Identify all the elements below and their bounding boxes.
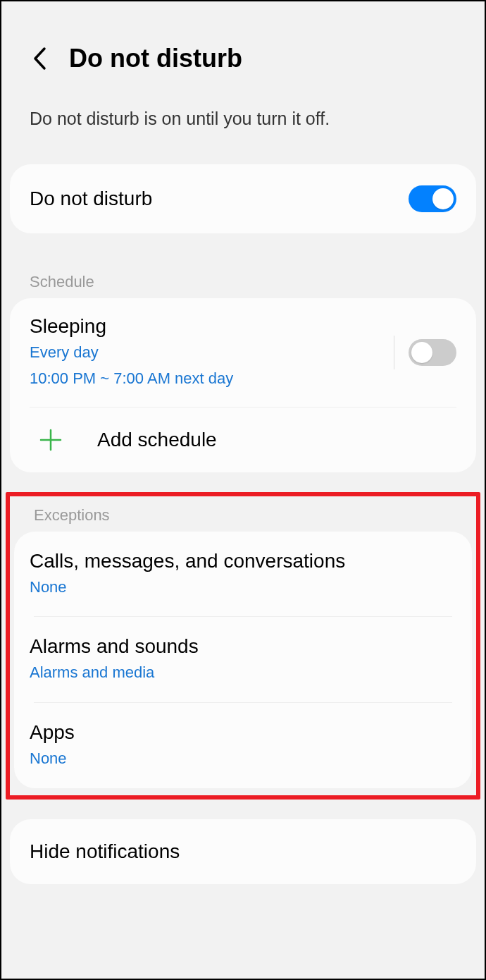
hide-notifications-label: Hide notifications (30, 840, 180, 863)
exception-calls-row[interactable]: Calls, messages, and conversations None (14, 532, 472, 617)
exception-value: None (30, 577, 456, 599)
sleeping-title: Sleeping (30, 315, 380, 338)
sleeping-row[interactable]: Sleeping Every day 10:00 PM ~ 7:00 AM ne… (10, 298, 476, 407)
schedule-card: Sleeping Every day 10:00 PM ~ 7:00 AM ne… (10, 298, 476, 472)
exception-title: Calls, messages, and conversations (30, 550, 456, 572)
exception-apps-row[interactable]: Apps None (14, 703, 472, 788)
status-text: Do not disturb is on until you turn it o… (1, 87, 485, 164)
sleeping-time: 10:00 PM ~ 7:00 AM next day (30, 368, 380, 390)
sleeping-days: Every day (30, 342, 380, 364)
exception-title: Alarms and sounds (30, 635, 456, 658)
add-schedule-label: Add schedule (97, 429, 217, 451)
hide-notifications-row[interactable]: Hide notifications (10, 819, 476, 884)
hide-notifications-card: Hide notifications (10, 819, 476, 884)
exceptions-header: Exceptions (10, 496, 476, 532)
page-header: Do not disturb (1, 30, 485, 87)
page-title: Do not disturb (69, 44, 242, 73)
sleeping-toggle[interactable] (409, 339, 456, 366)
divider (394, 336, 394, 369)
back-icon[interactable] (30, 49, 49, 68)
add-schedule-row[interactable]: Add schedule (10, 408, 476, 472)
dnd-label: Do not disturb (30, 188, 152, 210)
exception-value: Alarms and media (30, 662, 456, 684)
exception-title: Apps (30, 721, 456, 744)
exceptions-card: Calls, messages, and conversations None … (14, 532, 472, 788)
dnd-card: Do not disturb (10, 164, 476, 233)
plus-icon (38, 427, 63, 453)
dnd-toggle[interactable] (409, 185, 456, 212)
exception-value: None (30, 748, 456, 770)
exception-alarms-row[interactable]: Alarms and sounds Alarms and media (14, 617, 472, 702)
schedule-header: Schedule (1, 253, 485, 298)
highlight-annotation: Exceptions Calls, messages, and conversa… (6, 492, 480, 800)
dnd-toggle-row[interactable]: Do not disturb (10, 164, 476, 233)
